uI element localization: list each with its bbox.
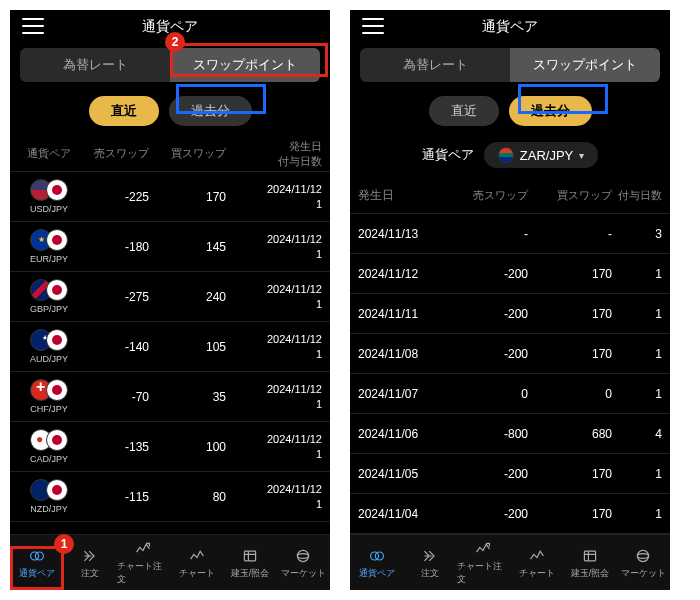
badge-2: 2 [165,32,185,52]
buy-swap: 0 [528,387,612,401]
nav-market[interactable]: マーケット [277,535,330,590]
category-tabs: 為替レート スワップポイント [360,48,660,82]
flag-jpy-icon [46,179,68,201]
menu-icon[interactable] [362,18,384,34]
table-row[interactable]: 2024/11/11-2001701 [350,294,670,334]
pill-history[interactable]: 過去分 [169,96,252,126]
sell-swap: -70 [80,390,157,404]
flag-jpy-icon [46,229,68,251]
pair-cell: NZD/JPY [18,479,80,514]
svg-point-8 [638,550,649,561]
days-cell: 1 [612,507,662,521]
col-date: 発生日 [358,187,444,204]
svg-point-1 [35,552,43,560]
nav-market[interactable]: マーケット [617,535,670,590]
buy-swap: 240 [157,290,234,304]
date-cell: 2024/11/121 [234,432,322,461]
tab-swap[interactable]: スワップポイント [170,48,320,82]
col-buy: 買スワップ [528,188,612,203]
nav-label: 建玉/照会 [231,567,270,580]
tab-rate[interactable]: 為替レート [360,48,510,82]
buy-swap: 170 [528,467,612,481]
date-cell: 2024/11/12 [358,267,444,281]
buy-swap: 100 [157,440,234,454]
sell-swap: -200 [444,467,528,481]
tab-swap[interactable]: スワップポイント [510,48,660,82]
table-row[interactable]: USD/JPY-2251702024/11/121 [10,172,330,222]
nav-order[interactable]: 注文 [403,535,456,590]
sell-swap: -200 [444,347,528,361]
table-row[interactable]: EUR/JPY-1801452024/11/121 [10,222,330,272]
nav-position[interactable]: 建玉/照会 [563,535,616,590]
left-screen: 通貨ペア 為替レート スワップポイント 直近 過去分 通貨ペア 売スワップ 買ス… [10,10,330,590]
nav-chart-order[interactable]: チャート注文 [117,535,170,590]
buy-swap: 145 [157,240,234,254]
period-pills: 直近 過去分 [350,96,670,126]
pair-cell: CHF/JPY [18,379,80,414]
pill-recent[interactable]: 直近 [89,96,159,126]
table-row[interactable]: 2024/11/08-2001701 [350,334,670,374]
days-cell: 1 [612,307,662,321]
svg-point-6 [375,552,383,560]
menu-icon[interactable] [22,18,44,34]
pill-history[interactable]: 過去分 [509,96,592,126]
nav-pair-icon [367,547,387,565]
days-cell: 3 [612,227,662,241]
nav-chart-order-icon [473,540,493,558]
nav-label: マーケット [281,567,326,580]
svg-rect-7 [584,551,595,561]
days-cell: 1 [612,467,662,481]
date-cell: 2024/11/08 [358,347,444,361]
col-sell: 売スワップ [80,146,157,161]
table-header: 発生日 売スワップ 買スワップ 付与日数 [350,178,670,214]
table-row[interactable]: 2024/11/12-2001701 [350,254,670,294]
sell-swap: -135 [80,440,157,454]
sell-swap: - [444,227,528,241]
pair-code: CHF/JPY [30,404,68,414]
buy-swap: 170 [528,267,612,281]
buy-swap: 680 [528,427,612,441]
nav-chart[interactable]: チャート [170,535,223,590]
nav-chart-order-icon [133,540,153,558]
buy-swap: 170 [528,307,612,321]
nav-pair[interactable]: 通貨ペア [350,535,403,590]
table-row[interactable]: 2024/11/13--3 [350,214,670,254]
nav-position[interactable]: 建玉/照会 [223,535,276,590]
pair-code: GBP/JPY [30,304,68,314]
table-row[interactable]: CHF/JPY-70352024/11/121 [10,372,330,422]
flag-zar-icon [498,147,514,163]
sell-swap: -140 [80,340,157,354]
tab-rate[interactable]: 為替レート [20,48,170,82]
col-sell: 売スワップ [444,188,528,203]
days-cell: 1 [612,267,662,281]
table-row[interactable]: NZD/JPY-115802024/11/121 [10,472,330,522]
pill-recent[interactable]: 直近 [429,96,499,126]
buy-swap: 170 [528,507,612,521]
table-row[interactable]: 2024/11/05-2001701 [350,454,670,494]
header: 通貨ペア [350,10,670,44]
date-cell: 2024/11/04 [358,507,444,521]
nav-chart-icon [187,547,207,565]
table-row[interactable]: AUD/JPY-1401052024/11/121 [10,322,330,372]
table-row[interactable]: CAD/JPY-1351002024/11/121 [10,422,330,472]
svg-point-4 [298,553,309,558]
pair-code: AUD/JPY [30,354,68,364]
date-cell: 2024/11/11 [358,307,444,321]
table-row[interactable]: 2024/11/04-2001701 [350,494,670,534]
table-row[interactable]: GBP/JPY-2752402024/11/121 [10,272,330,322]
table-row[interactable]: 2024/11/07001 [350,374,670,414]
date-cell: 2024/11/13 [358,227,444,241]
pair-dropdown[interactable]: ZAR/JPY ▾ [484,142,598,168]
nav-chart-order[interactable]: チャート注文 [457,535,510,590]
nav-label: 注文 [421,567,439,580]
table-row[interactable]: 2024/11/06-8006804 [350,414,670,454]
pair-dropdown-value: ZAR/JPY [520,148,573,163]
sell-swap: -115 [80,490,157,504]
nav-chart[interactable]: チャート [510,535,563,590]
pair-selector-row: 通貨ペア ZAR/JPY ▾ [350,142,670,168]
days-cell: 1 [612,387,662,401]
flag-jpy-icon [46,329,68,351]
pair-code: NZD/JPY [30,504,68,514]
badge-1: 1 [54,534,74,554]
date-cell: 2024/11/05 [358,467,444,481]
